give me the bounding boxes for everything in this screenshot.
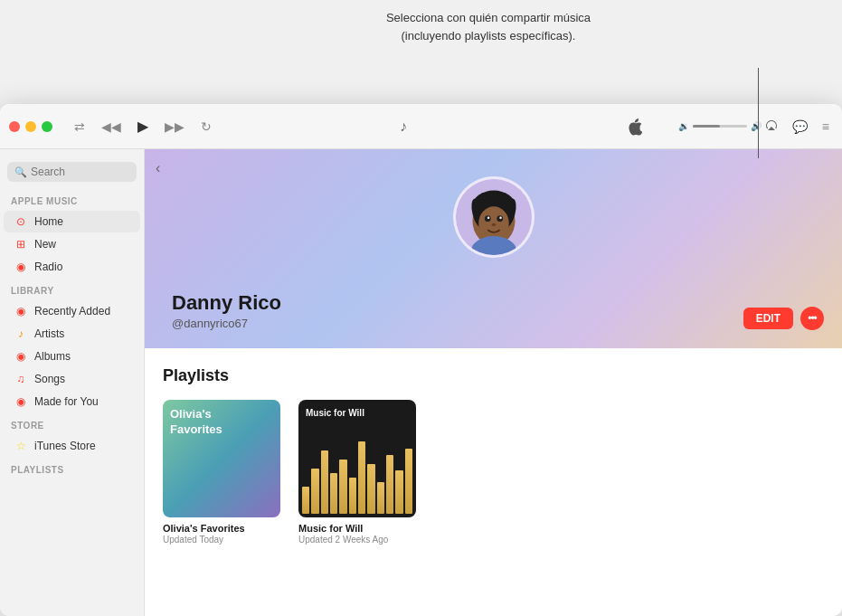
annotation-line	[758, 68, 759, 158]
library-section-label: Library	[0, 279, 144, 299]
sidebar-item-itunes-store[interactable]: ☆ iTunes Store	[4, 435, 140, 457]
sidebar-item-made-for-you-label: Made for You	[34, 395, 99, 408]
sidebar-item-recently-added[interactable]: ◉ Recently Added	[4, 300, 140, 322]
play-button[interactable]: ▶	[134, 116, 152, 137]
profile-actions: EDIT •••	[743, 307, 824, 330]
svg-point-12	[499, 217, 502, 220]
volume-control: 🔉 🔊	[678, 121, 762, 131]
sidebar-item-made-for-you[interactable]: ◉ Made for You	[4, 391, 140, 412]
minimize-button[interactable]	[25, 121, 36, 132]
recently-added-icon: ◉	[14, 305, 27, 317]
playlist-sublabel-olivias-favorites: Updated Today	[163, 535, 280, 545]
profile-handle: @dannyrico67	[172, 317, 281, 330]
repeat-button[interactable]: ↻	[197, 118, 215, 136]
annotation-text: Selecciona con quién compartir música (i…	[386, 11, 591, 43]
sidebar-item-new[interactable]: ⊞ New	[4, 233, 140, 255]
playlists-section: Playlists Olivia'sFavorites Olivia's Fav…	[145, 348, 842, 563]
store-section-label: Store	[0, 413, 144, 434]
content-area: 🔍 Apple Music ⊙ Home ⊞ New ◉ Radio Libra…	[0, 149, 842, 616]
albums-icon: ◉	[14, 350, 27, 363]
playlist-thumb-bars	[298, 441, 416, 517]
music-note-icon: ♪	[400, 118, 407, 135]
playlist-sublabel-music-for-will: Updated 2 Weeks Ago	[298, 535, 416, 545]
svg-point-13	[491, 223, 496, 226]
sidebar-item-recently-added-label: Recently Added	[34, 305, 110, 317]
lyrics-button[interactable]: 💬	[789, 118, 811, 136]
sidebar-item-radio-label: Radio	[34, 261, 62, 273]
close-button[interactable]	[9, 121, 20, 132]
right-controls: 💬 ≡	[762, 117, 833, 136]
playlist-thumb-will-text: Music for Will	[306, 407, 409, 419]
airplay-button[interactable]	[762, 117, 781, 136]
artists-icon: ♪	[14, 327, 27, 340]
more-icon: •••	[808, 312, 817, 325]
traffic-lights	[9, 121, 52, 132]
volume-low-icon: 🔉	[678, 121, 689, 131]
playlists-section-title: Playlists	[163, 366, 824, 385]
sidebar-item-songs[interactable]: ♫ Songs	[4, 368, 140, 390]
volume-high-icon: 🔊	[751, 121, 762, 131]
itunes-store-icon: ☆	[14, 440, 27, 452]
playback-controls: ⇄ ◀◀ ▶ ▶▶ ↻	[71, 116, 215, 137]
sidebar: 🔍 Apple Music ⊙ Home ⊞ New ◉ Radio Libra…	[0, 149, 145, 616]
sidebar-item-radio[interactable]: ◉ Radio	[4, 256, 140, 278]
sidebar-item-artists-label: Artists	[34, 327, 64, 340]
app-window: ⇄ ◀◀ ▶ ▶▶ ↻ ♪ 🔉 🔊 💬	[0, 104, 842, 616]
music-icon-center: ♪	[215, 118, 591, 135]
annotation-tooltip: Selecciona con quién compartir música (i…	[362, 9, 615, 44]
home-icon: ⊙	[14, 215, 27, 228]
playlists-grid: Olivia'sFavorites Olivia's Favorites Upd…	[163, 400, 824, 545]
main-content: ‹	[145, 149, 842, 616]
svg-point-11	[487, 217, 489, 220]
playlist-thumb-text: Olivia'sFavorites	[170, 407, 222, 438]
sidebar-item-new-label: New	[34, 238, 56, 251]
edit-button[interactable]: EDIT	[743, 308, 793, 329]
maximize-button[interactable]	[42, 121, 52, 132]
playlist-label-music-for-will: Music for Will	[298, 523, 416, 534]
playlist-thumb-olivias-favorites: Olivia'sFavorites	[163, 400, 280, 517]
songs-icon: ♫	[14, 373, 27, 385]
shuffle-button[interactable]: ⇄	[71, 118, 89, 136]
back-button[interactable]: ‹	[156, 160, 160, 176]
apple-logo	[628, 118, 642, 136]
playlist-card-music-for-will[interactable]: Music for Will	[298, 400, 416, 545]
profile-header: Danny Rico @dannyrico67 EDIT •••	[145, 149, 842, 348]
more-button[interactable]: •••	[800, 307, 824, 330]
sidebar-item-home-label: Home	[34, 215, 63, 228]
volume-slider[interactable]	[693, 125, 747, 128]
playlist-card-olivias-favorites[interactable]: Olivia'sFavorites Olivia's Favorites Upd…	[163, 400, 280, 545]
next-button[interactable]: ▶▶	[161, 118, 188, 136]
made-for-you-icon: ◉	[14, 395, 27, 408]
profile-name: Danny Rico	[172, 291, 281, 315]
profile-avatar	[453, 176, 535, 258]
sidebar-item-albums[interactable]: ◉ Albums	[4, 346, 140, 367]
sidebar-item-albums-label: Albums	[34, 350, 71, 363]
sidebar-item-songs-label: Songs	[34, 373, 65, 385]
playlist-thumb-music-for-will: Music for Will	[298, 400, 416, 517]
sidebar-item-home[interactable]: ⊙ Home	[4, 211, 140, 232]
radio-icon: ◉	[14, 261, 27, 273]
sidebar-item-artists[interactable]: ♪ Artists	[4, 323, 140, 345]
search-icon: 🔍	[14, 166, 27, 178]
playlists-section-label: Playlists	[0, 458, 144, 479]
apple-music-section-label: Apple Music	[0, 189, 144, 210]
sidebar-item-itunes-store-label: iTunes Store	[34, 440, 96, 452]
playlist-label-olivias-favorites: Olivia's Favorites	[163, 523, 280, 534]
titlebar: ⇄ ◀◀ ▶ ▶▶ ↻ ♪ 🔉 🔊 💬	[0, 104, 842, 149]
new-icon: ⊞	[14, 238, 27, 251]
queue-button[interactable]: ≡	[818, 118, 833, 136]
prev-button[interactable]: ◀◀	[98, 118, 125, 136]
search-input[interactable]	[31, 166, 129, 178]
search-bar[interactable]: 🔍	[7, 162, 137, 182]
profile-info: Danny Rico @dannyrico67	[172, 291, 281, 330]
